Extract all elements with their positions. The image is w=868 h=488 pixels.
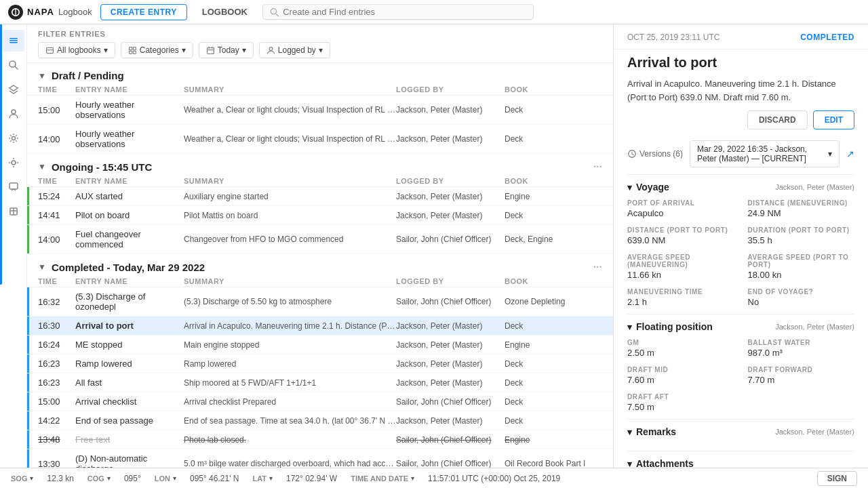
time-item[interactable]: TIME AND DATE ▾	[351, 474, 414, 483]
home-icon	[8, 35, 19, 46]
sidebar-item-sun[interactable]	[3, 152, 24, 174]
row-status-indicator	[27, 336, 29, 354]
filter-bar: FILTER ENTRIES All logbooks ▾ Categories…	[27, 24, 613, 63]
svg-rect-24	[133, 47, 136, 49]
voyage-section: ▾ Voyage Jackson, Peter (Master) PORT OF…	[614, 175, 868, 314]
detail-panel: OCT 25, 2019 23:11 UTC COMPLETED Arrival…	[614, 24, 868, 468]
sidebar-item-settings[interactable]	[3, 127, 24, 149]
draft-collapse-icon[interactable]: ▼	[38, 71, 46, 81]
svg-line-8	[15, 66, 18, 69]
logbook-tab[interactable]: LOGBOOK	[195, 4, 254, 20]
versions-icon	[627, 149, 637, 159]
sog-value: 12.3 kn	[47, 474, 73, 483]
detail-status: COMPLETED	[800, 33, 854, 42]
search-input[interactable]	[283, 7, 526, 17]
sidebar-item-chat[interactable]	[3, 176, 24, 198]
chevron-down-icon: ▾	[411, 474, 414, 482]
svg-rect-23	[129, 47, 132, 49]
row-status-indicator	[27, 449, 29, 468]
floating-section: ▾ Floating position Jackson, Peter (Mast…	[614, 314, 868, 419]
voyage-field: DURATION (PORT TO PORT) 35.5 h	[748, 226, 855, 245]
attachments-collapse-icon: ▾	[627, 459, 632, 468]
draft-section-title: Draft / Pending	[52, 70, 124, 81]
versions-select[interactable]: Mar 29, 2022 16:35 - Jackson, Peter (Mas…	[690, 140, 840, 167]
sidebar-item-box[interactable]	[3, 201, 24, 222]
sidebar-item-person[interactable]	[3, 103, 24, 125]
remarks-section-header[interactable]: ▾ Remarks Jackson, Peter (Master)	[627, 426, 854, 437]
svg-rect-4	[9, 38, 18, 39]
ongoing-more-icon[interactable]: ···	[593, 161, 602, 173]
attachments-section-header[interactable]: ▾ Attachments	[627, 458, 854, 468]
sidebar	[0, 24, 27, 468]
table-row[interactable]: 14:00 Hourly weather observations Weathe…	[27, 125, 613, 154]
completed-collapse-icon[interactable]: ▼	[38, 262, 46, 272]
chevron-down-icon: ▾	[107, 474, 111, 482]
table-row[interactable]: 16:23 Ramp lowered Ramp lowered Jackson,…	[27, 354, 613, 373]
logged-by-filter[interactable]: Logged by ▾	[259, 42, 330, 58]
table-row[interactable]: 15:00 Arrival checklist Arrival checklis…	[27, 392, 613, 411]
edit-button[interactable]: EDIT	[813, 110, 854, 129]
svg-line-3	[276, 14, 279, 16]
entries-panel: FILTER ENTRIES All logbooks ▾ Categories…	[27, 24, 614, 468]
brand-name: NAPA	[27, 7, 54, 17]
row-status-indicator	[27, 373, 29, 392]
all-logbooks-filter[interactable]: All logbooks ▾	[38, 42, 115, 58]
discard-button[interactable]: DISCARD	[747, 110, 808, 129]
lat-item[interactable]: LAT ▾	[252, 474, 273, 483]
ongoing-collapse-icon[interactable]: ▼	[38, 162, 46, 171]
remarks-section: ▾ Remarks Jackson, Peter (Master)	[614, 420, 868, 451]
topbar: NAPA Logbook CREATE ENTRY LOGBOOK	[0, 0, 868, 24]
categories-filter[interactable]: Categories ▾	[121, 42, 193, 58]
row-status-indicator	[27, 287, 29, 316]
table-row[interactable]: 14:00 Fuel changeover commenced Changeov…	[27, 225, 613, 254]
brand-logo: NAPA Logbook	[8, 5, 92, 20]
table-row[interactable]: 15:24 AUX started Auxiliary engine start…	[27, 187, 613, 206]
lon-item[interactable]: LON ▾	[155, 474, 176, 483]
floating-section-header[interactable]: ▾ Floating position Jackson, Peter (Mast…	[627, 321, 854, 332]
row-status-indicator	[27, 225, 29, 253]
table-row[interactable]: 14:22 End of sea passage End of sea pass…	[27, 411, 613, 430]
sidebar-item-layers[interactable]	[3, 79, 24, 100]
svg-rect-21	[47, 47, 54, 53]
section-ongoing-header: ▼ Ongoing - 15:45 UTC ···	[27, 154, 613, 176]
table-row[interactable]: 13:30 (D) Non-automatic discharge 5.0 m³…	[27, 449, 613, 468]
table-row[interactable]: 16:24 ME stopped Main engine stopped Jac…	[27, 336, 613, 354]
detail-actions: DISCARD EDIT	[614, 110, 868, 136]
table-row[interactable]: 14:41 Pilot on board Pilot Mattis on boa…	[27, 206, 613, 225]
today-filter[interactable]: Today ▾	[199, 42, 254, 58]
entries-list: ▼ Draft / Pending TIME ENTRY NAME SUMMAR…	[27, 63, 613, 468]
sog-label: SOG	[11, 474, 27, 483]
section-completed-header: ▼ Completed - Today, Mar 29 2022 ···	[27, 254, 613, 276]
search-box[interactable]	[262, 4, 534, 20]
detail-timestamp: OCT 25, 2019 23:11 UTC	[627, 33, 720, 42]
table-row-selected[interactable]: 16:30 Arrival to port Arrival in Acapulc…	[27, 317, 613, 336]
cog-item[interactable]: COG ▾	[87, 474, 111, 483]
voyage-field: PORT OF ARRIVAL Acapulco	[627, 199, 734, 218]
floating-field: DRAFT MID 7.60 m	[627, 366, 734, 385]
detail-header: OCT 25, 2019 23:11 UTC COMPLETED	[614, 24, 868, 49]
floating-field: DRAFT AFT 7.50 m	[627, 393, 734, 412]
chevron-down-icon: ▾	[242, 45, 246, 55]
floating-fields: GM 2.50 m BALLAST WATER 987.0 m³ DRAFT M…	[627, 339, 854, 412]
sidebar-item-home[interactable]	[3, 30, 24, 52]
voyage-field: DISTANCE (MENEUVERING) 24.9 NM	[748, 199, 855, 218]
voyage-field: DISTANCE (PORT TO PORT) 639.0 NM	[627, 226, 734, 245]
floating-collapse-icon: ▾	[627, 322, 632, 332]
voyage-section-header[interactable]: ▾ Voyage Jackson, Peter (Master)	[627, 182, 854, 192]
box-icon	[8, 206, 19, 217]
table-row[interactable]: 15:00 Hourly weather observations Weathe…	[27, 96, 613, 125]
section-draft-header: ▼ Draft / Pending	[27, 63, 613, 84]
sign-button[interactable]: SIGN	[817, 471, 857, 486]
table-row[interactable]: 13:48 Free text Photo lab closed. Sailor…	[27, 430, 613, 449]
sidebar-item-search[interactable]	[3, 54, 24, 76]
create-entry-button[interactable]: CREATE ENTRY	[100, 4, 187, 20]
table-row[interactable]: 16:23 All fast Ship moored at 5 FWD/AFT …	[27, 373, 613, 392]
app-name: Logbook	[58, 7, 92, 17]
versions-link-icon[interactable]: ↗	[846, 148, 854, 159]
sog-item[interactable]: SOG ▾	[11, 474, 33, 483]
table-row[interactable]: 16:32 (5.3) Discharge of ozonedepl (5.3)…	[27, 287, 613, 317]
completed-more-icon[interactable]: ···	[593, 261, 602, 273]
ongoing-table-header: TIME ENTRY NAME SUMMARY LOGGED BY BOOK	[27, 176, 613, 187]
chevron-down-icon: ▾	[104, 45, 108, 55]
sun-icon	[8, 157, 19, 168]
